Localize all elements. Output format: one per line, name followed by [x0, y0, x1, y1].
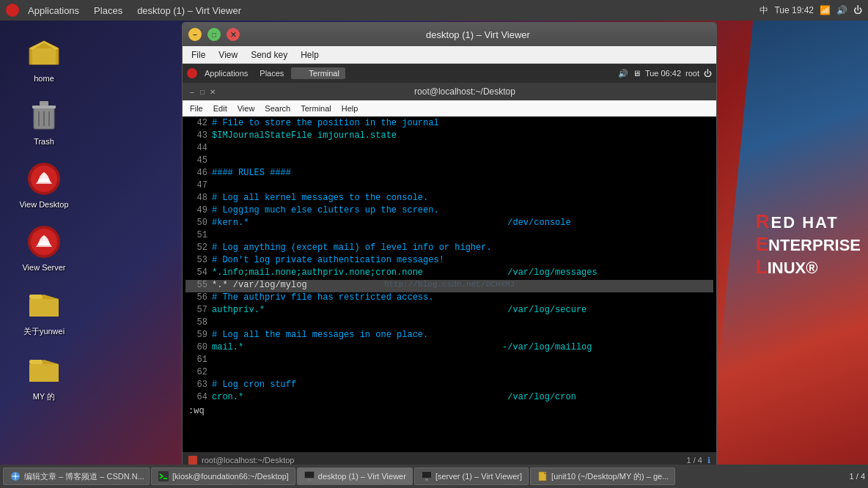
- terminal-window: – □ ✕ root@localhost:~/Desktop File Edit…: [183, 83, 716, 468]
- taskbar-right: 1 / 4: [850, 472, 865, 481]
- taskbar-kiosk-label: [kiosk@foundation66:~/Desktop]: [172, 472, 289, 481]
- svg-rect-3: [40, 101, 48, 106]
- volume-icon: 🔊: [836, 5, 847, 15]
- menu-help[interactable]: Help: [295, 48, 325, 62]
- guest-applications[interactable]: Applications: [200, 67, 252, 79]
- code-line-48: 48# Log all kernel messages to the conso…: [185, 193, 713, 205]
- guest-redhat-icon: [187, 68, 197, 78]
- guest-time: Tue 06:42: [645, 69, 681, 78]
- top-taskbar: Applications Places desktop (1) – Virt V…: [0, 0, 868, 21]
- status-indicator-icon: [188, 456, 197, 465]
- svg-rect-2: [32, 106, 56, 108]
- svg-rect-18: [308, 478, 311, 481]
- about-folder-icon: [26, 287, 62, 322]
- top-bar-right: 中 Tue 19:42 📶 🔊 ⏻: [760, 4, 868, 17]
- tmenu-help[interactable]: Help: [337, 103, 363, 114]
- guest-topbar-right: 🔊 🖥 Tue 06:42 root ⏻: [618, 69, 712, 78]
- page-count: 1 / 4: [687, 456, 702, 465]
- code-line-52: 52# Log anything (except mail) of level …: [185, 243, 713, 255]
- code-line-49: 49# Logging much else clutters up the sc…: [185, 205, 713, 218]
- tmenu-terminal[interactable]: Terminal: [296, 103, 336, 114]
- chinese-input-icon: 中: [760, 4, 768, 17]
- code-line-55: 55*.* /var/log/mylog: [185, 280, 713, 292]
- status-left: root@localhost:~/Desktop: [188, 456, 294, 465]
- taskbar-item-kiosk[interactable]: [kiosk@foundation66:~/Desktop]: [151, 467, 295, 485]
- guest-places[interactable]: Places: [255, 67, 288, 79]
- svg-rect-20: [422, 472, 431, 478]
- window-title-top: desktop (1) – Virt Viewer: [131, 4, 247, 18]
- code-line-43: 43$IMJournalStateFile imjournal.state: [185, 130, 713, 143]
- file-small-icon: [537, 470, 548, 482]
- brand-line2: ENTERPRISE: [756, 233, 861, 256]
- code-line-57: 57authpriv.* /var/log/secure: [185, 305, 713, 317]
- svg-rect-11: [29, 364, 59, 382]
- icon-my[interactable]: MY 的: [11, 352, 77, 403]
- tmenu-file[interactable]: File: [185, 103, 207, 114]
- term-close-button[interactable]: ✕: [207, 86, 218, 97]
- status-right: 1 / 4 ℹ: [687, 456, 710, 465]
- view-server-label: View Server: [19, 262, 68, 273]
- icon-view-desktop[interactable]: View Desktop: [11, 161, 77, 210]
- code-line-62: 62: [185, 367, 713, 380]
- minimize-button[interactable]: –: [188, 28, 202, 41]
- virt-titlebar: – □ ✕ desktop (1) – Virt Viewer: [183, 23, 716, 46]
- code-line-51: 51: [185, 230, 713, 243]
- icon-trash[interactable]: Trash: [11, 98, 77, 147]
- guest-network-icon: 🖥: [633, 69, 641, 78]
- menu-file[interactable]: File: [185, 48, 211, 62]
- home-label: home: [31, 73, 57, 84]
- code-line-53: 53# Don't log private authentication mes…: [185, 255, 713, 267]
- top-taskbar-left: Applications Places desktop (1) – Virt V…: [0, 4, 247, 18]
- status-text: root@localhost:~/Desktop: [202, 456, 294, 465]
- taskbar-item-desktop1[interactable]: desktop (1) – Virt Viewer: [297, 467, 413, 485]
- server-small-icon: [421, 470, 433, 482]
- term-max-button[interactable]: □: [197, 86, 207, 97]
- maximize-button[interactable]: □: [207, 28, 221, 41]
- taskbar-item-unit10[interactable]: [unit10 (~/Desktop/MY 的) – ge...: [530, 467, 675, 485]
- close-button[interactable]: ✕: [227, 28, 240, 41]
- taskbar-page-count: 1 / 4: [850, 472, 865, 481]
- virt-window-title: desktop (1) – Virt Viewer: [246, 29, 710, 40]
- svg-rect-17: [305, 472, 314, 478]
- term-min-button[interactable]: –: [187, 86, 197, 97]
- guest-terminal-tab[interactable]: Terminal: [291, 67, 345, 79]
- cmd-prompt-line: :wq: [185, 404, 713, 417]
- menu-view[interactable]: View: [213, 48, 243, 62]
- virt-menubar: File View Send key Help: [183, 46, 716, 64]
- tmenu-edit[interactable]: Edit: [209, 103, 232, 114]
- my-folder-icon: [26, 352, 62, 388]
- power-icon: ⏻: [853, 5, 862, 15]
- places-menu[interactable]: Places: [88, 4, 128, 18]
- guest-topbar-left: Applications Places Terminal: [187, 67, 345, 79]
- terminal-tab-icon: [297, 69, 306, 78]
- browser-icon: [10, 470, 21, 482]
- home-folder-icon: [26, 35, 62, 70]
- taskbar-item-server1[interactable]: [server (1) – Virt Viewer]: [414, 467, 529, 485]
- guest-topbar: Applications Places Terminal 🔊 🖥 Tue 06:…: [183, 64, 716, 83]
- terminal-title: root@localhost:~/Desktop: [218, 86, 712, 97]
- code-line-60: 60mail.* -/var/log/maillog: [185, 342, 713, 355]
- icon-view-server[interactable]: View Server: [11, 224, 77, 273]
- guest-user: root: [685, 69, 699, 78]
- svg-rect-9: [29, 299, 59, 317]
- code-line-50: 50#kern.* /dev/console: [185, 218, 713, 230]
- icon-home[interactable]: home: [11, 35, 77, 84]
- menu-sendkey[interactable]: Send key: [245, 48, 293, 62]
- guest-sound-icon: 🔊: [618, 69, 628, 78]
- code-line-56: 56# The authpriv file has restricted acc…: [185, 292, 713, 305]
- info-icon: ℹ: [707, 456, 710, 465]
- code-line-46: 46#### RULES ####: [185, 168, 713, 180]
- brand-line3: LINUX®: [756, 256, 861, 278]
- taskbar-item-blog[interactable]: 编辑文章 – 博客频道 – CSDN.N...: [3, 467, 150, 485]
- code-line-45: 45: [185, 155, 713, 168]
- tmenu-view[interactable]: View: [233, 103, 260, 114]
- terminal-content[interactable]: http://blog.csdn.net/DCHXMJ 42# File to …: [183, 117, 716, 452]
- desktop: RED HAT ENTERPRISE LINUX® Applications P…: [0, 0, 868, 488]
- wifi-icon: 📶: [820, 5, 831, 15]
- icon-about-yunwei[interactable]: 关于yunwei: [11, 287, 77, 338]
- applications-menu[interactable]: Applications: [22, 4, 85, 18]
- view-server-icon: [26, 224, 62, 259]
- virt-small-icon: [304, 470, 315, 482]
- virt-viewer-window: – □ ✕ desktop (1) – Virt Viewer File Vie…: [182, 22, 717, 469]
- tmenu-search[interactable]: Search: [260, 103, 295, 114]
